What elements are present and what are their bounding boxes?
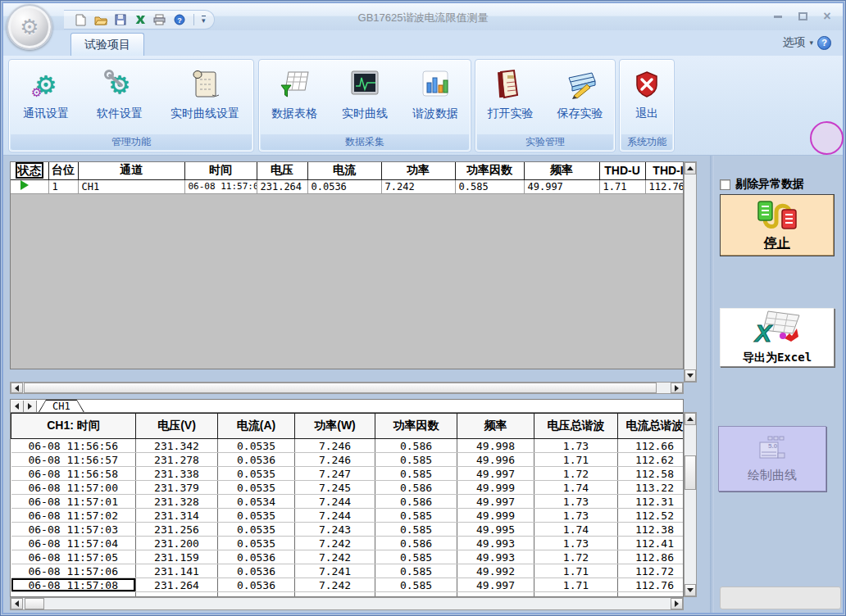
minimize-button[interactable] [771,10,785,23]
scroll-icon [189,67,221,102]
open-experiment-button[interactable]: 打开实验 [482,63,539,135]
col-frequency: 频率 [457,414,534,439]
live-grid-vscrollbar[interactable] [684,161,697,383]
col-current-a: 电流(A) [218,414,295,439]
scroll-left-button[interactable] [11,383,23,393]
time-cell[interactable]: 06-08 11:56:58 [11,467,136,481]
history-row[interactable]: 06-08 11:56:58 231.338 0.0535 7.247 0.58… [11,467,685,481]
history-row[interactable]: 06-08 11:56:56 231.342 0.0535 7.246 0.58… [11,439,685,453]
history-hscrollbar[interactable] [10,597,684,610]
scroll-right-button[interactable] [671,598,683,609]
open-book-icon [494,67,527,102]
group-label: 数据采集 [261,134,469,150]
checkbox-box[interactable] [720,179,730,190]
harmonic-data-button[interactable]: 谐波数据 [407,63,464,135]
export-excel-button[interactable]: X 导出为Excel [720,308,835,367]
group-label: 管理功能 [11,134,252,150]
history-row[interactable]: 06-08 11:57:08 231.264 0.0536 7.242 0.58… [11,578,685,592]
wrench-gear-icon: ⚙ [103,67,136,102]
hscroll-thumb[interactable] [24,383,657,393]
col-channel: 通道 [78,162,184,179]
time-cell[interactable]: 06-08 11:57:00 [11,481,136,495]
svg-text:X: X [753,319,773,346]
comm-settings-button[interactable]: ⚙⚙ 通讯设置 [17,63,75,135]
remove-abnormal-data-checkbox[interactable]: 剔除异常数据 [720,177,804,192]
ribbon-tab-row: 试验项目 选项 ▾ ? [3,30,843,56]
tab-test-project[interactable]: 试验项目 [70,33,144,56]
software-settings-button[interactable]: ⚙ 软件设置 [91,63,148,135]
sheet-tab-strip: CH1 [10,399,684,412]
col-time: 时间 [184,162,257,179]
play-status-icon [20,180,29,190]
time-cell[interactable]: 06-08 11:56:56 [11,439,136,453]
close-button[interactable]: × [820,10,835,23]
realtime-curve-button[interactable]: 实时曲线 [336,63,393,135]
highlight-circle [810,121,844,155]
draw-curve-button[interactable]: 5.0 绘制曲线 [718,426,826,491]
curve-plot-icon: 5.0 [758,435,786,463]
col-power: 功率 [381,162,455,179]
ribbon-group-management: ⚙⚙ 通讯设置 ⚙ 软件设置 [8,59,254,152]
orb-gear-icon: ⚙ [20,15,39,40]
time-cell[interactable]: 06-08 11:57:06 [11,564,136,578]
sheet-prev-button[interactable] [11,401,24,412]
application-menu-orb[interactable]: ⚙ [7,4,52,50]
time-cell[interactable]: 06-08 11:56:57 [11,453,136,467]
gears-icon: ⚙⚙ [30,67,62,102]
scroll-right-button[interactable] [671,383,683,393]
group-label: 系统功能 [621,134,672,150]
save-experiment-button[interactable]: 保存实验 [552,63,609,135]
history-row[interactable]: 06-08 11:57:05 231.159 0.0536 7.242 0.58… [11,550,685,564]
exit-shield-icon [630,67,663,102]
stop-button[interactable]: 停止 [720,194,835,256]
vertical-splitter[interactable] [710,156,714,613]
options-menu[interactable]: 选项 [782,35,805,50]
notebook-pencil-icon [564,67,597,102]
col-station: 台位 [48,162,78,179]
history-row[interactable]: 06-08 11:57:01 231.328 0.0534 7.244 0.58… [11,495,685,509]
ribbon: ⚙⚙ 通讯设置 ⚙ 软件设置 [3,56,843,156]
time-cell[interactable]: 06-08 11:57:08 [11,578,136,592]
col-power-w: 功率(W) [295,414,375,439]
time-cell[interactable]: 06-08 11:57:04 [11,537,136,550]
exit-button[interactable]: 退出 [625,63,669,135]
bottom-right-panel [720,587,841,609]
time-cell[interactable]: 06-08 11:57:01 [11,495,136,509]
history-row[interactable]: 06-08 11:57:04 231.200 0.0535 7.242 0.58… [11,537,685,550]
ribbon-help-icon[interactable]: ? [817,36,831,50]
status-cell[interactable] [11,179,48,193]
sheet-tab-ch1[interactable]: CH1 [39,400,84,412]
history-row[interactable]: 06-08 11:57:03 231.256 0.0535 7.243 0.58… [11,523,685,537]
realtime-curve-settings-button[interactable]: 实时曲线设置 [165,63,245,135]
scroll-down-button[interactable] [685,369,696,382]
history-row[interactable]: 06-08 11:57:00 231.379 0.0535 7.245 0.58… [11,481,685,495]
col-power-factor: 功率因数 [375,414,457,439]
scroll-up-button[interactable] [685,162,696,174]
scroll-up-button[interactable] [685,413,696,425]
scroll-left-button[interactable] [11,598,23,609]
window-title: GB17625谐波电流限值测量 [3,11,843,25]
data-table-button[interactable]: 数据表格 [266,63,323,135]
col-current: 电流 [307,162,381,179]
vscroll-thumb[interactable] [685,455,696,490]
history-row[interactable]: 06-08 11:56:57 231.278 0.0536 7.246 0.58… [11,453,685,467]
history-header-row: CH1: 时间 电压(V) 电流(A) 功率(W) 功率因数 频率 电压总谐波 … [11,414,685,439]
live-grid-hscrollbar[interactable] [10,382,684,394]
col-frequency: 频率 [524,162,599,179]
col-power-factor: 功率因数 [455,162,524,179]
history-vscrollbar[interactable] [684,412,697,597]
hscroll-thumb[interactable] [25,598,44,609]
svg-text:5.0: 5.0 [768,442,778,450]
col-thd-i: THD-I [645,162,684,179]
window-controls: × [771,10,835,23]
sheet-next-button[interactable] [24,401,37,412]
maximize-button[interactable] [795,10,810,23]
history-row[interactable]: 06-08 11:57:02 231.314 0.0535 7.244 0.58… [11,509,685,523]
time-cell[interactable]: 06-08 11:57:03 [11,523,136,537]
scroll-down-button[interactable] [685,584,696,596]
history-row[interactable]: 06-08 11:57:06 231.141 0.0536 7.241 0.58… [11,564,685,578]
live-header-row: 状态 台位 通道 时间 电压 电流 功率 功率因数 频率 THD-U THD-I [11,162,684,179]
time-cell[interactable]: 06-08 11:57:05 [11,550,136,564]
live-data-row[interactable]: 1 CH1 06-08 11:57:08 231.264 0.0536 7.24… [11,179,684,193]
time-cell[interactable]: 06-08 11:57:02 [11,509,136,523]
